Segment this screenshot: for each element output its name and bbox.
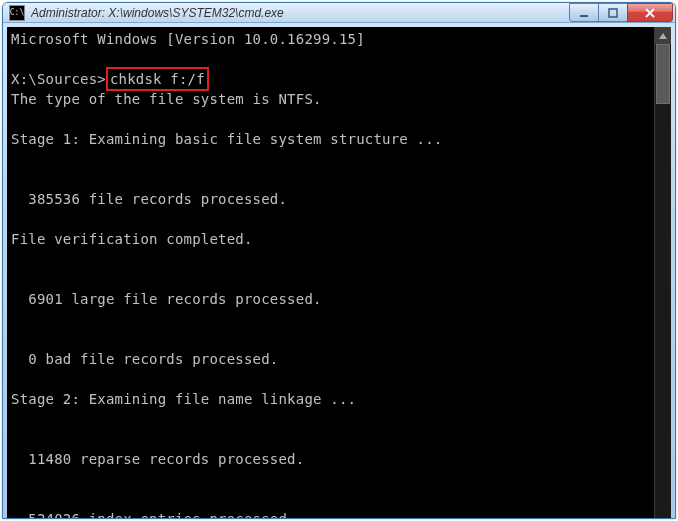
version-line: Microsoft Windows [Version 10.0.16299.15… [11,31,365,47]
vertical-scrollbar[interactable] [654,27,671,519]
close-button[interactable] [627,3,673,22]
large-records-line: 6901 large file records processed. [11,291,322,307]
maximize-button[interactable] [598,3,628,22]
minimize-button[interactable] [569,3,599,22]
window-controls [570,3,673,22]
cmd-icon: C:\ [9,5,25,21]
index-entries-line: 524026 index entries processed. [11,511,296,519]
scroll-up-button[interactable] [655,27,671,44]
prompt: X:\Sources> [11,71,106,87]
content-frame: Microsoft Windows [Version 10.0.16299.15… [7,27,671,519]
svg-rect-1 [609,9,617,17]
file-verif-line: File verification completed. [11,231,253,247]
scroll-track[interactable] [655,44,671,519]
stage1-line: Stage 1: Examining basic file system str… [11,131,442,147]
terminal-output[interactable]: Microsoft Windows [Version 10.0.16299.15… [7,27,654,519]
titlebar[interactable]: C:\ Administrator: X:\windows\SYSTEM32\c… [3,3,675,23]
svg-rect-0 [580,15,588,17]
file-records-line: 385536 file records processed. [11,191,287,207]
bad-records-line: 0 bad file records processed. [11,351,279,367]
window-title: Administrator: X:\windows\SYSTEM32\cmd.e… [31,6,570,20]
command-highlight: chkdsk f:/f [106,67,209,91]
cmd-window: C:\ Administrator: X:\windows\SYSTEM32\c… [2,2,676,519]
scroll-thumb[interactable] [656,44,670,104]
stage2-line: Stage 2: Examining file name linkage ... [11,391,356,407]
fs-type-line: The type of the file system is NTFS. [11,91,322,107]
reparse-line: 11480 reparse records processed. [11,451,304,467]
